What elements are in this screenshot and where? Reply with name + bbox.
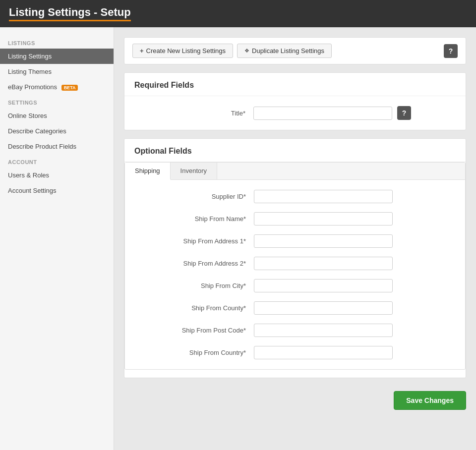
ship-from-address1-label: Ship From Address 1*: [135, 237, 254, 245]
page-title: Listing Settings - Setup: [9, 6, 131, 21]
ship-from-county-row: Ship From County*: [135, 301, 455, 315]
toolbar-help-button[interactable]: ?: [444, 44, 458, 58]
ship-from-country-label: Ship From Country*: [135, 349, 254, 356]
sidebar-item-users-roles[interactable]: Users & Roles: [0, 168, 114, 183]
required-fields-body: Title* ?: [124, 96, 466, 130]
ship-from-city-input[interactable]: [254, 279, 393, 292]
sidebar-item-account-settings[interactable]: Account Settings: [0, 183, 114, 198]
beta-badge: BETA: [61, 85, 78, 91]
required-fields-panel: Required Fields Title* ?: [124, 72, 466, 130]
ship-from-country-input[interactable]: [254, 346, 393, 359]
tab-inventory[interactable]: Inventory: [171, 163, 217, 179]
footer-bar: Save Changes: [124, 386, 466, 415]
tabs-header: Shipping Inventory: [125, 163, 465, 180]
title-label: Title*: [134, 110, 253, 117]
tab-shipping[interactable]: Shipping: [125, 163, 171, 180]
ship-from-address2-label: Ship From Address 2*: [135, 260, 254, 267]
optional-fields-title: Optional Fields: [124, 139, 466, 162]
optional-fields-tabs-container: Shipping Inventory Supplier ID*: [124, 162, 466, 370]
title-help-button[interactable]: ?: [397, 106, 411, 120]
supplier-id-row: Supplier ID*: [135, 190, 455, 203]
create-new-listing-settings-button[interactable]: Create New Listing Settings: [132, 44, 233, 58]
ship-from-city-label: Ship From City*: [135, 282, 254, 289]
title-input[interactable]: [253, 107, 392, 120]
ship-from-address2-row: Ship From Address 2*: [135, 257, 455, 270]
toolbar: Create New Listing Settings Duplicate Li…: [124, 37, 466, 64]
ship-from-name-label: Ship From Name*: [135, 215, 254, 223]
sidebar-item-ebay-promotions[interactable]: eBay Promotions BETA: [0, 79, 114, 95]
tabs-body: Supplier ID* Ship From Name* Ship From A…: [125, 180, 465, 369]
required-fields-title: Required Fields: [124, 73, 466, 96]
sidebar-item-listing-settings[interactable]: Listing Settings: [0, 49, 114, 64]
ship-from-postcode-input[interactable]: [254, 324, 393, 337]
sidebar-item-describe-product-fields[interactable]: Describe Product Fields: [0, 139, 114, 154]
ship-from-postcode-row: Ship From Post Code*: [135, 324, 455, 337]
main-content: Create New Listing Settings Duplicate Li…: [114, 27, 476, 450]
sidebar-section-settings: Settings: [0, 95, 114, 108]
sidebar-item-describe-categories[interactable]: Describe Categories: [0, 123, 114, 139]
ship-from-address1-input[interactable]: [254, 234, 393, 248]
page-header: Listing Settings - Setup: [0, 0, 476, 27]
ship-from-address1-row: Ship From Address 1*: [135, 234, 455, 248]
save-changes-button[interactable]: Save Changes: [394, 391, 466, 410]
ship-from-county-input[interactable]: [254, 301, 393, 315]
sidebar: Listings Listing Settings Listing Themes…: [0, 27, 114, 450]
ship-from-name-input[interactable]: [254, 212, 393, 225]
title-row: Title* ?: [134, 106, 456, 120]
supplier-id-label: Supplier ID*: [135, 193, 254, 200]
sidebar-item-online-stores[interactable]: Online Stores: [0, 108, 114, 123]
ship-from-county-label: Ship From County*: [135, 304, 254, 312]
ship-from-city-row: Ship From City*: [135, 279, 455, 292]
main-layout: Listings Listing Settings Listing Themes…: [0, 27, 476, 450]
ship-from-address2-input[interactable]: [254, 257, 393, 270]
ship-from-country-row: Ship From Country*: [135, 346, 455, 359]
sidebar-item-listing-themes[interactable]: Listing Themes: [0, 64, 114, 79]
supplier-id-input[interactable]: [254, 190, 393, 203]
ship-from-postcode-label: Ship From Post Code*: [135, 327, 254, 334]
sidebar-section-account: Account: [0, 154, 114, 168]
optional-fields-panel: Optional Fields Shipping Inventory Supp: [124, 138, 466, 378]
sidebar-section-listings: Listings: [0, 35, 114, 49]
duplicate-listing-settings-button[interactable]: Duplicate Listing Settings: [237, 44, 332, 58]
shipping-fields: Supplier ID* Ship From Name* Ship From A…: [135, 190, 455, 359]
ship-from-name-row: Ship From Name*: [135, 212, 455, 225]
